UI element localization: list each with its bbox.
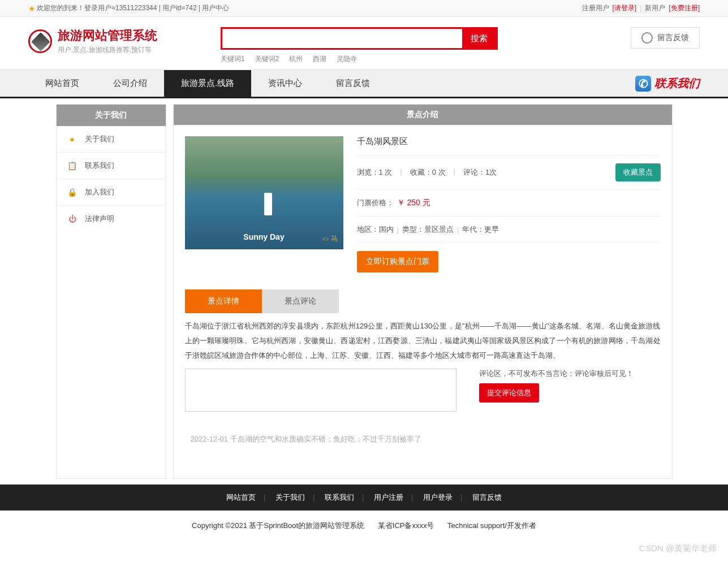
nav-news[interactable]: 资讯中心 <box>251 70 319 97</box>
login-link[interactable]: [请登录] <box>613 3 637 13</box>
site-subtitle: 用户.景点.旅游线路推荐.预订等 <box>58 45 157 55</box>
lock-icon: 🔒 <box>68 188 77 197</box>
type-value: 景区景点 <box>424 224 454 235</box>
nav-home[interactable]: 网站首页 <box>28 70 96 97</box>
power-icon: ⏻ <box>68 214 77 223</box>
region-value: 国内 <box>379 224 394 235</box>
view-label: 浏览： <box>357 168 379 176</box>
sidebar-item-legal[interactable]: ⏻法律声明 <box>57 206 166 232</box>
content-header: 景点介绍 <box>174 105 672 125</box>
sidebar-item-about[interactable]: ●关于我们 <box>57 126 166 153</box>
nav-company[interactable]: 公司介绍 <box>96 70 164 97</box>
keyword-link[interactable]: 关键词2 <box>255 54 279 64</box>
tab-comments[interactable]: 景点评论 <box>262 289 339 313</box>
view-count: 1 次 <box>379 168 393 176</box>
price-value: ￥ 250 元 <box>397 198 430 208</box>
comment-label: 评论： <box>463 168 485 176</box>
detail-tabs: 景点详情 景点评论 <box>185 289 661 313</box>
star-icon: ★ <box>28 4 36 13</box>
region-label: 地区： <box>357 224 379 235</box>
new-user-label: 新用户 <box>645 3 665 13</box>
footer-link-login[interactable]: 用户登录 <box>423 493 453 501</box>
nav-scenic[interactable]: 旅游景点.线路 <box>164 70 251 97</box>
main-nav: 网站首页 公司介绍 旅游景点.线路 资讯中心 留言反馈 ✆ 联系我们 <box>0 70 728 98</box>
free-register-link[interactable]: [免费注册] <box>669 3 700 13</box>
main-content: 景点介绍 Sunny Day ▭ 马 千岛湖风景区 浏览：1 次 | 收藏：0 … <box>173 104 673 479</box>
sidebar: 关于我们 ●关于我们 📋联系我们 🔒加入我们 ⏻法律声明 <box>56 104 166 479</box>
era-value: 更早 <box>484 224 499 235</box>
era-label: 年代： <box>462 224 484 235</box>
image-tag: ▭ 马 <box>322 234 337 244</box>
fav-count: 0 次 <box>432 168 446 176</box>
order-button[interactable]: 立即订购景点门票 <box>357 251 438 272</box>
circle-icon: ● <box>68 135 77 144</box>
sidebar-item-contact[interactable]: 📋联系我们 <box>57 153 166 179</box>
sidebar-item-join[interactable]: 🔒加入我们 <box>57 179 166 206</box>
keywords-row: 关键词1 关键词2 杭州 西湖 灵隐寺 <box>221 54 631 64</box>
keyword-link[interactable]: 灵隐寺 <box>337 54 357 64</box>
logo-area[interactable]: 旅游网站管理系统 用户.景点.旅游线路推荐.预订等 <box>28 27 221 55</box>
welcome-text[interactable]: 欢迎您的到来！登录用户=13511223344 | 用户id=742 | 用户中… <box>37 3 229 13</box>
image-overlay-text: Sunny Day <box>185 232 343 241</box>
scenic-description: 千岛湖位于浙江省杭州西郊的淳安县境内，东距杭州129公里，西距黄山130公里，是… <box>174 313 672 369</box>
comment-list: 2022-12-01 千岛湖的空气和水质确实不错；鱼好吃；不过千万别被宰了 <box>174 423 672 478</box>
keyword-link[interactable]: 杭州 <box>289 54 303 64</box>
keyword-link[interactable]: 关键词1 <box>221 54 245 64</box>
type-label: 类型： <box>402 224 424 235</box>
submit-comment-button[interactable]: 提交评论信息 <box>479 383 539 403</box>
scenic-image: Sunny Day ▭ 马 <box>185 136 343 249</box>
search-button[interactable]: 搜索 <box>462 29 496 48</box>
logo-icon <box>28 29 52 53</box>
feedback-button[interactable]: 留言反馈 <box>631 27 700 49</box>
footer-nav: 网站首页| 关于我们| 联系我们| 用户注册| 用户登录| 留言反馈 <box>0 485 728 511</box>
footer-link-feedback[interactable]: 留言反馈 <box>472 493 502 501</box>
search-area: 搜索 关键词1 关键词2 杭州 西湖 灵隐寺 <box>221 27 631 64</box>
comment-textarea[interactable] <box>185 369 456 412</box>
fav-label: 收藏： <box>410 168 432 176</box>
header: 旅游网站管理系统 用户.景点.旅游线路推荐.预订等 搜索 关键词1 关键词2 杭… <box>0 17 728 70</box>
nav-feedback[interactable]: 留言反馈 <box>319 70 387 97</box>
reg-user-label: 注册用户 <box>582 3 609 13</box>
phone-icon: ✆ <box>635 76 651 92</box>
search-input[interactable] <box>222 29 462 48</box>
footer-link-contact[interactable]: 联系我们 <box>325 493 354 501</box>
topbar: ★ 欢迎您的到来！登录用户=13511223344 | 用户id=742 | 用… <box>0 0 728 17</box>
clipboard-icon: 📋 <box>68 161 77 170</box>
headset-icon <box>641 32 653 44</box>
scenic-title: 千岛湖风景区 <box>357 136 661 155</box>
price-label: 门票价格： <box>357 198 394 208</box>
comment-count: 1次 <box>485 168 497 176</box>
footer-copyright: Copyright ©2021 基于SprintBoot的旅游网站管理系统 某省… <box>0 511 728 541</box>
tab-detail[interactable]: 景点详情 <box>185 289 262 313</box>
footer-link-home[interactable]: 网站首页 <box>226 493 256 501</box>
comment-note: 评论区，不可发布不当言论；评论审核后可见！ <box>479 369 661 379</box>
footer-link-about[interactable]: 关于我们 <box>275 493 305 501</box>
contact-us-link[interactable]: ✆ 联系我们 <box>635 76 700 92</box>
favorite-button[interactable]: 收藏景点 <box>615 163 661 181</box>
comment-item: 2022-12-01 千岛湖的空气和水质确实不错；鱼好吃；不过千万别被宰了 <box>191 434 655 444</box>
footer-link-register[interactable]: 用户注册 <box>374 493 403 501</box>
keyword-link[interactable]: 西湖 <box>313 54 326 64</box>
site-title: 旅游网站管理系统 <box>58 27 157 44</box>
sidebar-header: 关于我们 <box>57 105 166 126</box>
separator: | <box>640 5 641 12</box>
